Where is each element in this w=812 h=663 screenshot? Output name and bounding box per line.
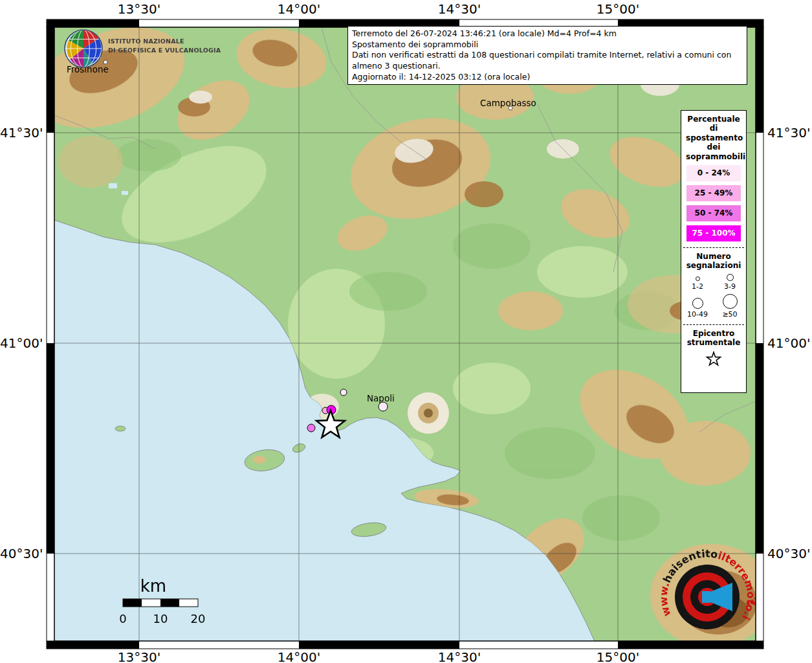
epicenter-star-icon xyxy=(705,350,722,367)
scale-tick-10: 10 xyxy=(153,612,168,625)
scale-unit-label: km xyxy=(140,576,166,596)
report-circle xyxy=(340,389,347,396)
legend-class-swatch: 75 - 100% xyxy=(686,225,741,242)
scale-tick-0: 0 xyxy=(119,612,126,625)
signal-size-1-2: 1-2 xyxy=(681,274,714,291)
ingv-org-name: ISTITUTO NAZIONALE DI GEOFISICA E VULCAN… xyxy=(108,37,221,56)
axis-label-top-2: 14°30' xyxy=(438,1,481,17)
legend-divider xyxy=(683,247,744,248)
signal-circle-xlarge-icon xyxy=(723,294,738,309)
axis-label-bottom-2: 14°30' xyxy=(438,649,481,663)
legend-class-swatch: 50 - 74% xyxy=(686,205,741,221)
legend-box: Percentuale di spostamento dei soprammob… xyxy=(681,110,747,393)
axis-label-top-3: 15°00' xyxy=(597,1,639,17)
axis-label-right-2: 40°30' xyxy=(767,546,810,561)
axis-label-left-0: 41°30' xyxy=(0,125,43,140)
axis-label-right-0: 41°30' xyxy=(767,125,810,140)
axis-label-left-2: 40°30' xyxy=(0,546,43,561)
signal-circle-small-icon xyxy=(696,276,700,281)
signal-circle-large-icon xyxy=(692,298,703,309)
report-circle xyxy=(379,402,388,411)
axis-label-bottom-1: 14°00' xyxy=(278,649,320,663)
legend-divider xyxy=(683,324,744,325)
axis-label-left-1: 41°00' xyxy=(0,335,43,351)
info-line-updated: Aggiornato il: 14-12-2025 03:12 (ora loc… xyxy=(352,72,743,83)
legend-classes: 0 - 24%25 - 49%50 - 74%75 - 100% xyxy=(681,165,746,242)
axis-label-bottom-0: 13°30' xyxy=(118,649,160,663)
info-line-source: Dati non verificati estratti da 108 ques… xyxy=(352,50,743,71)
scale-tick-20: 20 xyxy=(191,612,206,625)
signal-size-3-9: 3-9 xyxy=(714,274,746,291)
legend-class-swatch: 25 - 49% xyxy=(686,185,741,201)
ischia-hill xyxy=(253,456,266,464)
ingv-logo: ISTITUTO NAZIONALE DI GEOFISICA E VULCAN… xyxy=(63,28,221,69)
ingv-globe-icon xyxy=(63,28,104,69)
signal-circle-medium-icon xyxy=(727,274,734,281)
city-label-campobasso: Campobasso xyxy=(480,98,536,108)
city-label-napoli: Napoli xyxy=(367,393,395,403)
report-circle xyxy=(307,424,315,432)
axis-label-right-1: 41°00' xyxy=(767,335,810,351)
info-line-event: Terremoto del 26-07-2024 13:46:21 (ora l… xyxy=(352,28,743,39)
info-line-effect: Spostamento dei soprammobili xyxy=(352,39,743,51)
legend-epicenter-title: Epicentro strumentale xyxy=(681,329,746,348)
map-page: km 0 10 20 xyxy=(0,0,812,663)
axis-label-top-0: 13°30' xyxy=(118,1,160,17)
axis-label-bottom-3: 15°00' xyxy=(597,649,639,663)
signal-size-10-49: 10-49 xyxy=(681,294,714,319)
legend-title: Percentuale di spostamento dei soprammob… xyxy=(681,115,746,161)
legend-signal-sizes: 1-2 3-9 10-49 ≥50 xyxy=(681,274,746,319)
legend-class-swatch: 0 - 24% xyxy=(686,165,741,181)
axis-label-top-1: 14°00' xyxy=(278,1,320,17)
signal-size-50plus: ≥50 xyxy=(714,294,746,319)
vesuvio-cone xyxy=(408,392,449,434)
earthquake-info-box: Terremoto del 26-07-2024 13:46:21 (ora l… xyxy=(347,26,747,85)
legend-signals-title: Numero segnalazioni xyxy=(681,252,746,271)
